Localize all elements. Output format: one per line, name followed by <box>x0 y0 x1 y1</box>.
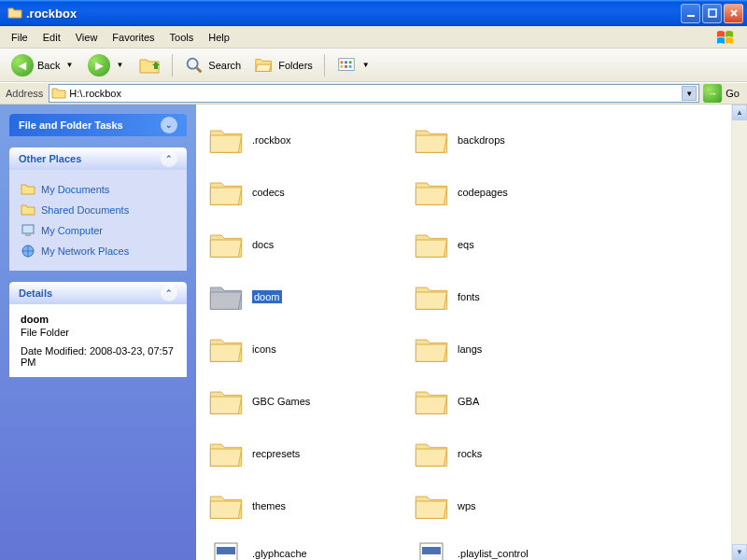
go-button[interactable]: → <box>703 84 722 103</box>
views-button[interactable]: ▼ <box>331 51 377 79</box>
folder-item[interactable]: eqs <box>411 218 616 271</box>
file-item[interactable]: .glyphcacheGLYPHCACHE File <box>205 532 411 560</box>
go-label: Go <box>726 88 743 99</box>
content-area: File and Folder Tasks ⌄ Other Places ⌃ M… <box>0 105 747 560</box>
details-header[interactable]: Details ⌃ <box>9 282 187 304</box>
folder-item[interactable]: fonts <box>411 271 616 323</box>
forward-button[interactable]: ► ▼ <box>82 50 131 80</box>
folder-icon <box>413 333 450 365</box>
address-field[interactable]: ▼ <box>49 84 699 103</box>
menu-favorites[interactable]: Favorites <box>105 29 162 46</box>
search-label: Search <box>208 60 241 71</box>
folder-item[interactable]: .rockbox <box>205 114 411 166</box>
chevron-down-icon: ▼ <box>63 61 75 69</box>
folder-up-icon <box>138 54 161 77</box>
menu-file[interactable]: File <box>4 29 35 46</box>
svg-point-2 <box>188 58 198 68</box>
search-icon <box>184 55 204 76</box>
svg-rect-9 <box>349 65 352 68</box>
item-label: rocks <box>458 448 482 459</box>
link-network-places[interactable]: My Network Places <box>21 241 176 261</box>
svg-rect-6 <box>349 61 352 63</box>
item-label: doom <box>252 290 282 303</box>
folder-icon <box>413 281 450 313</box>
file-icon <box>413 539 450 560</box>
item-label: themes <box>252 500 286 511</box>
folder-item[interactable]: recpresets <box>205 427 411 480</box>
folder-icon <box>413 490 450 522</box>
svg-rect-14 <box>217 547 235 554</box>
item-label: eqs <box>458 239 474 250</box>
folder-icon <box>207 438 245 469</box>
maximize-button[interactable] <box>702 4 722 23</box>
file-icon <box>207 539 245 560</box>
folder-item[interactable]: langs <box>411 323 616 375</box>
folder-icon <box>413 124 450 156</box>
folder-item[interactable]: codecs <box>205 166 411 218</box>
separator <box>172 54 173 77</box>
menu-tools[interactable]: Tools <box>162 29 202 46</box>
folder-item[interactable]: GBA <box>411 375 616 427</box>
item-label: icons <box>252 343 276 355</box>
menu-edit[interactable]: Edit <box>35 29 68 46</box>
menu-bar: File Edit View Favorites Tools Help <box>0 26 747 49</box>
address-input[interactable] <box>66 88 682 99</box>
folder-icon <box>207 176 245 208</box>
folder-item[interactable]: icons <box>205 323 411 375</box>
back-button[interactable]: ◄ Back ▼ <box>6 50 80 80</box>
up-button[interactable] <box>133 50 166 80</box>
item-label: .rockbox <box>252 134 291 146</box>
svg-rect-10 <box>22 225 34 233</box>
scroll-down-button[interactable]: ▼ <box>732 544 747 560</box>
folder-item[interactable]: rocks <box>411 427 616 480</box>
folder-item[interactable]: codepages <box>411 166 616 218</box>
item-label: recpresets <box>252 448 300 459</box>
scroll-up-button[interactable]: ▲ <box>732 105 747 120</box>
folder-item[interactable]: doom <box>205 271 411 323</box>
item-label: GBA <box>458 396 479 407</box>
menu-help[interactable]: Help <box>201 29 237 46</box>
folder-icon <box>207 490 245 522</box>
windows-logo-icon <box>708 27 743 48</box>
address-bar: Address ▼ → Go <box>0 82 747 105</box>
scrollbar[interactable]: ▲ ▼ <box>731 105 747 560</box>
chevron-up-icon: ⌃ <box>161 285 177 301</box>
svg-rect-20 <box>422 547 441 554</box>
folder-icon <box>413 229 450 260</box>
tasks-panel: File and Folder Tasks ⌄ <box>9 114 187 136</box>
minimize-button[interactable] <box>681 4 700 23</box>
other-places-title: Other Places <box>19 153 81 164</box>
back-label: Back <box>37 60 60 71</box>
link-shared-documents[interactable]: Shared Documents <box>21 200 176 220</box>
folder-icon <box>207 333 245 365</box>
folders-button[interactable]: Folders <box>248 51 318 79</box>
window-titlebar[interactable]: .rockbox <box>0 0 747 26</box>
folder-icon <box>413 385 450 417</box>
toolbar: ◄ Back ▼ ► ▼ Search Folders ▼ <box>0 49 747 82</box>
network-icon <box>21 244 35 259</box>
folder-item[interactable]: GBC Games <box>205 375 411 427</box>
link-my-documents[interactable]: My Documents <box>21 179 176 200</box>
tasks-header[interactable]: File and Folder Tasks ⌄ <box>9 114 187 136</box>
item-label: codepages <box>458 187 508 198</box>
file-pane[interactable]: .rockboxbackdropscodecscodepagesdocseqsd… <box>196 105 747 560</box>
item-label: langs <box>458 343 482 355</box>
folder-item[interactable]: themes <box>205 480 411 532</box>
chevron-down-icon: ⌄ <box>161 117 177 133</box>
link-my-computer[interactable]: My Computer <box>21 220 176 241</box>
close-button[interactable] <box>724 4 743 23</box>
chevron-down-icon: ▼ <box>114 61 125 69</box>
item-label: .glyphcache <box>252 548 333 559</box>
other-places-header[interactable]: Other Places ⌃ <box>9 147 187 170</box>
item-label: backdrops <box>458 134 505 146</box>
file-item[interactable]: .playlist_controlPLAYLIST_CONTROL File <box>411 532 616 560</box>
folder-item[interactable]: docs <box>205 218 411 271</box>
address-dropdown-button[interactable]: ▼ <box>682 86 697 101</box>
menu-view[interactable]: View <box>68 29 106 46</box>
details-panel: Details ⌃ doom File Folder Date Modified… <box>9 282 187 377</box>
chevron-down-icon: ▼ <box>360 61 372 69</box>
search-button[interactable]: Search <box>178 51 247 79</box>
folder-item[interactable]: backdrops <box>411 114 616 166</box>
folder-item[interactable]: wps <box>411 480 616 532</box>
svg-rect-3 <box>339 58 355 70</box>
